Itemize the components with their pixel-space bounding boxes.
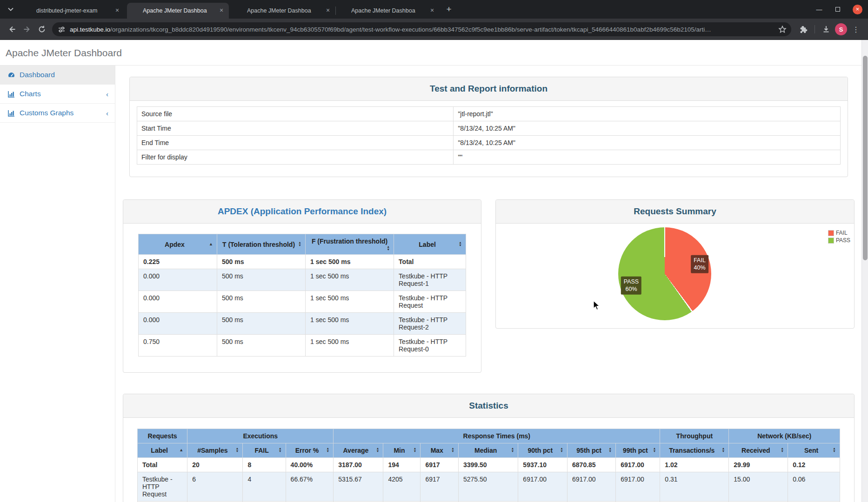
- table-row: Total20840.00%3187.0019469173399.505937.…: [138, 458, 840, 472]
- main-content: Test and Report information Source file …: [115, 66, 868, 502]
- sort-icon: ▲▼: [236, 447, 239, 453]
- test-report-info-panel: Test and Report information Source file …: [129, 77, 848, 177]
- table-row: 0.750500 ms1 sec 500 msTestkube - HTTP R…: [139, 335, 466, 357]
- table-row: Filter for display "": [137, 150, 841, 165]
- downloads-button[interactable]: [819, 22, 834, 37]
- url-text: api.testkube.io/organizations/tkcorg_b8d…: [70, 26, 778, 33]
- sidebar-item-label: Customs Graphs: [20, 109, 73, 117]
- jmeter-icon: [340, 7, 347, 14]
- profile-avatar[interactable]: S: [834, 22, 848, 37]
- sort-icon: ▲▼: [298, 241, 301, 247]
- column-header-label[interactable]: Label▲: [138, 443, 187, 458]
- scrollbar-thumb[interactable]: [863, 56, 868, 260]
- apdex-title-link[interactable]: APDEX (Application Performance Index): [123, 200, 481, 224]
- new-tab-button[interactable]: +: [442, 3, 455, 16]
- sidebar-item-customs-graphs[interactable]: Customs Graphs ‹: [0, 104, 115, 123]
- column-header-sent[interactable]: Sent▲▼: [788, 443, 840, 458]
- table-row: 0.000500 ms1 sec 500 msTestkube - HTTP R…: [139, 291, 466, 313]
- sort-asc-icon: ▲: [209, 242, 213, 246]
- info-label: End Time: [137, 136, 454, 150]
- minimize-button[interactable]: —: [815, 6, 823, 13]
- column-header-label[interactable]: Label▲▼: [394, 234, 466, 255]
- jmeter-icon: [236, 7, 243, 14]
- bar-chart-icon: [7, 90, 15, 98]
- column-header-median[interactable]: Median▲▼: [459, 443, 518, 458]
- sort-icon: ▲▼: [833, 447, 836, 453]
- sort-icon: ▲▼: [387, 245, 390, 251]
- browser-tab-3[interactable]: Apache JMeter Dashboa ×: [231, 3, 335, 19]
- bookmark-star-icon[interactable]: [778, 25, 787, 33]
- tab-title: Apache JMeter Dashboa: [247, 7, 322, 14]
- apdex-table: Apdex▲ T (Toleration threshold)▲▼ F (Fru…: [138, 234, 466, 357]
- legend-item-pass: PASS: [828, 237, 850, 244]
- column-header-99pct[interactable]: 99th pct▲▼: [616, 443, 660, 458]
- close-icon[interactable]: ×: [324, 7, 332, 14]
- group-header-response-times: Response Times (ms): [334, 429, 660, 443]
- download-icon: [822, 25, 830, 33]
- gem-icon: [25, 7, 33, 14]
- column-header-95pct[interactable]: 95th pct▲▼: [568, 443, 616, 458]
- panel-title: Test and Report information: [130, 77, 848, 101]
- sort-icon: ▲▼: [608, 447, 612, 453]
- chevron-left-icon: ‹: [106, 109, 108, 117]
- column-header-average[interactable]: Average▲▼: [334, 443, 383, 458]
- pie-label-pass: PASS 60%: [621, 277, 641, 295]
- column-header-transactions[interactable]: Transactions/s▲▼: [660, 443, 729, 458]
- column-header-fail[interactable]: FAIL▲▼: [243, 443, 286, 458]
- sidebar-item-charts[interactable]: Charts ‹: [0, 85, 115, 104]
- sidebar-item-dashboard[interactable]: Dashboard: [0, 66, 115, 85]
- info-label: Source file: [137, 107, 454, 121]
- browser-tab-2-active[interactable]: Apache JMeter Dashboa ×: [127, 3, 229, 19]
- info-value: "8/13/24, 10:25 AM": [454, 121, 841, 136]
- back-button[interactable]: [5, 22, 20, 37]
- info-value: "": [454, 150, 841, 165]
- group-header-executions: Executions: [187, 429, 334, 443]
- forward-button[interactable]: [20, 22, 34, 37]
- column-header-frustration[interactable]: F (Frustration threshold)▲▼: [306, 234, 394, 255]
- reload-button[interactable]: [34, 22, 49, 37]
- tab-title: Apache JMeter Dashboa: [351, 7, 427, 14]
- column-header-samples[interactable]: #Samples▲▼: [187, 443, 243, 458]
- address-bar[interactable]: api.testkube.io/organizations/tkcorg_b8d…: [52, 22, 791, 36]
- column-header-apdex[interactable]: Apdex▲: [139, 234, 217, 255]
- test-report-info-table: Source file "jtl-report.jtl" Start Time …: [137, 106, 841, 165]
- bar-chart-icon: [7, 109, 15, 117]
- group-header-throughput: Throughput: [660, 429, 729, 443]
- maximize-button[interactable]: [834, 6, 841, 13]
- close-icon[interactable]: ×: [428, 7, 436, 14]
- browser-menu-button[interactable]: ⋮: [848, 25, 863, 34]
- close-icon[interactable]: ×: [114, 7, 121, 14]
- panel-title: Statistics: [123, 394, 854, 418]
- legend-item-fail: FAIL: [828, 230, 850, 236]
- close-icon[interactable]: ×: [218, 7, 225, 14]
- browser-toolbar: api.testkube.io/organizations/tkcorg_b8d…: [0, 19, 868, 40]
- site-settings-icon[interactable]: [58, 26, 66, 33]
- requests-pie: [618, 227, 711, 320]
- tab-title: Apache JMeter Dashboa: [143, 7, 216, 14]
- browser-tab-1[interactable]: distributed-jmeter-exam ×: [20, 3, 125, 19]
- sidebar-item-label: Dashboard: [20, 71, 55, 79]
- chevron-down-icon: [8, 7, 13, 11]
- column-header-90pct[interactable]: 90th pct▲▼: [518, 443, 568, 458]
- sort-icon: ▲▼: [511, 447, 514, 453]
- browser-tab-4[interactable]: Apache JMeter Dashboa ×: [335, 3, 440, 19]
- tab-search-button[interactable]: [4, 2, 18, 16]
- extensions-button[interactable]: [796, 22, 811, 37]
- forward-arrow-icon: [23, 25, 31, 33]
- column-header-min[interactable]: Min▲▼: [383, 443, 421, 458]
- sort-icon: ▲▼: [721, 447, 725, 453]
- table-row: 0.000500 ms1 sec 500 msTestkube - HTTP R…: [139, 269, 466, 291]
- column-header-max[interactable]: Max▲▼: [421, 443, 459, 458]
- page-scrollbar[interactable]: [861, 40, 868, 502]
- sort-icon: ▲▼: [376, 447, 380, 453]
- window-close-button[interactable]: ×: [853, 5, 862, 14]
- group-header-network: Network (KB/sec): [729, 429, 840, 443]
- sidebar: Dashboard Charts ‹ Customs Graphs ‹: [0, 66, 115, 502]
- puzzle-icon: [799, 25, 808, 34]
- column-header-error[interactable]: Error %▲▼: [286, 443, 334, 458]
- legend-swatch-pass: [828, 238, 834, 244]
- column-header-received[interactable]: Received▲▼: [729, 443, 788, 458]
- tab-strip: distributed-jmeter-exam × Apache JMeter …: [0, 0, 868, 19]
- column-header-toleration[interactable]: T (Toleration threshold)▲▼: [217, 234, 305, 255]
- sort-icon: ▲▼: [459, 241, 462, 247]
